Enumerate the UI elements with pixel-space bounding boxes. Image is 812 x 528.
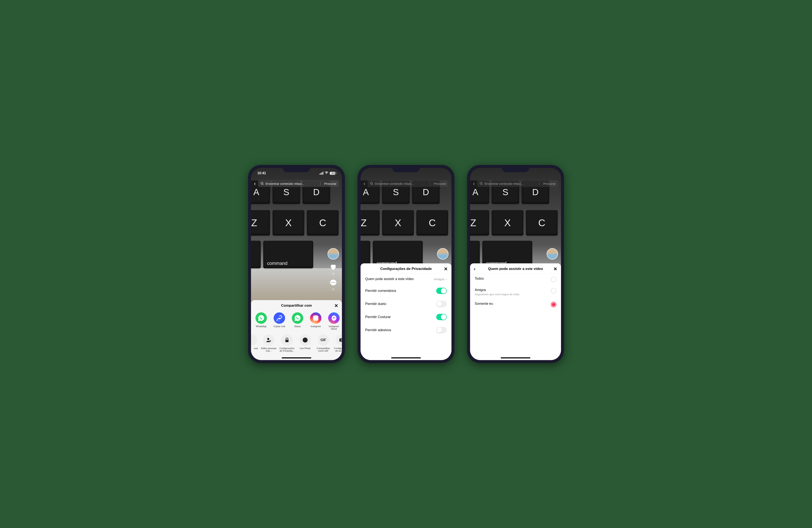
svg-point-7	[315, 317, 317, 319]
svg-point-18	[480, 182, 482, 184]
option-amigos[interactable]: Amigos Seguidores que você segue de volt…	[470, 285, 561, 299]
search-bar[interactable]: Encontrar conteúdo relaci... Procurar	[367, 180, 449, 187]
live-photo-icon	[300, 334, 311, 346]
back-icon[interactable]: ‹	[473, 180, 475, 187]
home-indicator[interactable]	[501, 357, 530, 358]
whatsapp-icon	[256, 312, 267, 324]
top-nav: ‹ Encontrar conteúdo relaci... Procurar	[470, 180, 561, 187]
toggle-comments[interactable]	[436, 288, 447, 294]
notch	[283, 165, 310, 172]
svg-point-4	[333, 282, 334, 283]
search-bar[interactable]: Encontrar conteúdo relaci... Procurar	[258, 180, 339, 187]
like-count: 0	[332, 272, 334, 275]
share-actions-row[interactable]: urar Editar pessoas mar... Configurações…	[251, 332, 342, 354]
search-placeholder: Encontrar conteúdo relaci...	[375, 182, 426, 185]
svg-line-17	[372, 184, 373, 185]
home-indicator[interactable]	[282, 357, 311, 358]
who-sheet-header: ‹ Quem pode assistir a este vídeo ✕	[470, 263, 561, 274]
toggle-stitch[interactable]	[436, 314, 447, 320]
notch	[392, 165, 420, 172]
option-somente-eu[interactable]: Somente eu	[470, 299, 561, 310]
wifi-icon	[324, 171, 329, 175]
action-edit-people[interactable]: Editar pessoas mar...	[260, 334, 277, 352]
status-time: 10:41	[257, 171, 266, 175]
gif-icon: GIF	[318, 334, 329, 346]
privacy-sheet: Configurações de Privacidade ✕ Quem pode…	[361, 263, 451, 360]
like-button[interactable]: 0	[330, 263, 337, 275]
top-nav: ‹ Encontrar conteúdo relaci... Procurar	[361, 180, 451, 187]
comment-count: 0	[332, 288, 334, 291]
avatar[interactable]	[437, 248, 449, 259]
home-indicator[interactable]	[391, 357, 421, 358]
option-todos[interactable]: Todos	[470, 274, 561, 285]
close-icon[interactable]: ✕	[334, 303, 338, 308]
back-icon[interactable]: ‹	[363, 180, 365, 187]
share-copy-link[interactable]: Copiar Link	[271, 312, 288, 330]
comment-icon	[330, 279, 337, 287]
close-icon[interactable]: ✕	[444, 266, 448, 272]
svg-point-5	[335, 282, 335, 283]
action-live-photo[interactable]: Live Photo	[297, 334, 314, 352]
row-who-can-watch[interactable]: Quem pode assistir a este vídeo Amigos›	[361, 274, 451, 284]
search-action[interactable]: Procurar	[543, 182, 555, 185]
svg-point-8	[317, 316, 318, 317]
svg-point-3	[331, 282, 332, 283]
close-icon[interactable]: ✕	[553, 266, 557, 272]
toggle-duet[interactable]	[436, 301, 447, 307]
svg-point-16	[371, 182, 372, 184]
row-allow-stickers[interactable]: Permitir adesivos	[361, 323, 451, 337]
svg-line-19	[482, 184, 482, 185]
row-allow-comments[interactable]: Permitir comentários	[361, 284, 451, 297]
svg-point-0	[261, 182, 263, 184]
avatar[interactable]	[547, 248, 558, 259]
comment-button[interactable]: 0	[330, 279, 337, 291]
search-placeholder: Encontrar conteúdo relaci...	[265, 182, 317, 185]
search-action[interactable]: Procurar	[434, 182, 446, 185]
share-sheet-header: Compartilhar com ✕	[251, 300, 342, 310]
search-action[interactable]: Procurar	[324, 182, 336, 185]
back-icon[interactable]: ‹	[254, 180, 256, 187]
share-title: Compartilhar com	[281, 303, 312, 308]
side-actions: 0 0	[328, 248, 339, 291]
radio-icon[interactable]	[551, 302, 556, 307]
share-instagram[interactable]: Instagram	[307, 312, 324, 330]
link-icon	[274, 312, 285, 324]
side-actions	[437, 248, 449, 259]
who-title: Quem pode assistir a este vídeo	[488, 267, 543, 271]
radio-icon[interactable]	[551, 277, 556, 282]
toggle-stickers[interactable]	[436, 327, 447, 333]
row-allow-stitch[interactable]: Permitir Costurar	[361, 311, 451, 323]
chevron-right-icon: ›	[446, 277, 447, 281]
action-cut[interactable]: urar	[253, 334, 259, 352]
instagram-icon	[310, 312, 321, 324]
search-bar[interactable]: Encontrar conteúdo relaci... Procurar	[477, 180, 558, 187]
svg-rect-10	[286, 340, 289, 342]
side-actions	[547, 248, 558, 259]
back-icon[interactable]: ‹	[474, 266, 475, 272]
privacy-sheet-header: Configurações de Privacidade ✕	[361, 263, 451, 274]
avatar[interactable]	[328, 248, 339, 259]
ad-settings-icon	[336, 334, 342, 346]
svg-point-9	[267, 338, 270, 340]
cellular-icon	[320, 172, 323, 175]
radio-icon[interactable]	[551, 288, 556, 293]
who-sheet: ‹ Quem pode assistir a este vídeo ✕ Todo…	[470, 263, 561, 360]
share-status[interactable]: Status	[289, 312, 306, 330]
row-allow-duet[interactable]: Permitir dueto	[361, 297, 451, 311]
share-instagram-direct[interactable]: Instagram Direct	[325, 312, 342, 330]
svg-line-1	[263, 184, 263, 185]
share-whatsapp[interactable]: WhatsApp	[253, 312, 270, 330]
person-edit-icon	[263, 334, 274, 346]
action-share-gif[interactable]: GIF Compartilhar como GIF	[315, 334, 332, 352]
share-sheet: Compartilhar com ✕ WhatsApp Copiar Link …	[251, 300, 342, 360]
top-nav: ‹ Encontrar conteúdo relaci... Procurar	[251, 180, 342, 187]
lock-icon	[281, 334, 293, 346]
messenger-icon	[328, 312, 339, 324]
action-privacy-settings[interactable]: Configurações de Privacida...	[278, 334, 295, 352]
heart-icon	[330, 263, 337, 272]
action-ad-settings[interactable]: Configurações de anúncios	[333, 334, 342, 352]
search-placeholder: Encontrar conteúdo relaci...	[485, 182, 536, 185]
phone-who-can-watch: ASD ZXC optioncommand ‹ Encontrar conteú…	[467, 165, 564, 363]
share-apps-row[interactable]: WhatsApp Copiar Link Status Instagram In…	[251, 310, 342, 332]
svg-point-13	[303, 338, 308, 343]
